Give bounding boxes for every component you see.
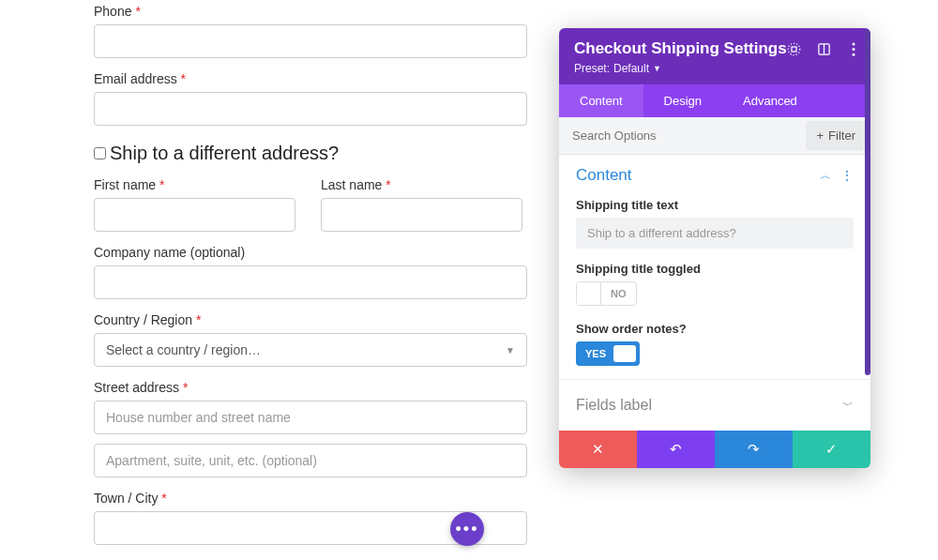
search-options-input[interactable] — [559, 119, 802, 152]
undo-icon: ↶ — [670, 441, 682, 458]
toggle-label: YES — [576, 348, 613, 359]
section-fields-label[interactable]: Fields label ﹀ — [559, 379, 870, 431]
street-field: Street address * — [94, 380, 527, 477]
section-content: Content ︿ ⋮ Shipping title text Shipping… — [559, 155, 870, 379]
company-label: Company name (optional) — [94, 245, 527, 260]
tab-design[interactable]: Design — [643, 84, 722, 117]
city-label: Town / City * — [94, 491, 527, 506]
required-mark: * — [161, 491, 166, 506]
street2-input[interactable] — [94, 444, 527, 477]
ship-different-heading: Ship to a different address? — [110, 143, 339, 164]
redo-icon: ↷ — [748, 441, 760, 458]
tab-content[interactable]: Content — [559, 84, 643, 117]
country-select-value: Select a country / region… — [106, 342, 261, 357]
phone-field: Phone * — [94, 4, 527, 58]
panel-tabs: Content Design Advanced — [559, 84, 870, 117]
cancel-button[interactable]: ✕ — [559, 431, 637, 468]
chevron-down-icon: ﹀ — [842, 398, 854, 414]
ship-different-checkbox[interactable] — [94, 147, 106, 159]
redo-button[interactable]: ↷ — [715, 431, 793, 468]
opt-title-text-label: Shipping title text — [576, 198, 854, 212]
required-mark: * — [196, 312, 201, 327]
country-field: Country / Region * Select a country / re… — [94, 312, 527, 367]
street-label: Street address * — [94, 380, 527, 395]
section-fields-title: Fields label — [576, 397, 652, 414]
last-name-label: Last name * — [321, 177, 522, 192]
kebab-menu-icon[interactable]: ⋮ — [840, 168, 854, 184]
responsive-icon[interactable] — [816, 41, 831, 56]
required-mark: * — [386, 177, 390, 192]
required-mark: * — [181, 71, 186, 86]
panel-scrollbar[interactable] — [865, 28, 870, 375]
opt-show-notes-label: Show order notes? — [576, 322, 854, 336]
email-label: Email address * — [94, 71, 527, 86]
panel-action-bar: ✕ ↶ ↷ ✓ — [559, 431, 870, 468]
save-button[interactable]: ✓ — [793, 431, 870, 468]
toggle-label: NO — [601, 288, 636, 299]
chevron-down-icon: ▼ — [653, 64, 661, 73]
panel-preset[interactable]: Preset: Default ▼ — [574, 62, 855, 75]
opt-show-notes-toggle[interactable]: YES — [576, 341, 640, 366]
close-icon: ✕ — [592, 441, 604, 458]
plus-icon: + — [817, 129, 825, 143]
drag-move-icon[interactable] — [786, 41, 801, 56]
opt-title-toggled-label: Shipping title toggled — [576, 262, 854, 276]
country-select[interactable]: Select a country / region… ▼ — [94, 333, 527, 367]
company-field: Company name (optional) — [94, 245, 527, 299]
ship-different-row: Ship to a different address? — [94, 143, 527, 164]
kebab-menu-icon[interactable] — [846, 41, 861, 56]
svg-point-6 — [853, 53, 855, 55]
phone-label: Phone * — [94, 4, 527, 19]
first-name-input[interactable] — [94, 198, 295, 232]
settings-panel: Checkout Shipping Settings Preset: Defau… — [559, 28, 870, 468]
street1-input[interactable] — [94, 401, 527, 434]
section-content-title: Content — [576, 166, 632, 185]
required-mark: * — [135, 4, 140, 19]
first-name-field: First name * — [94, 177, 295, 232]
tab-advanced[interactable]: Advanced — [722, 84, 818, 117]
ellipsis-icon: ••• — [456, 520, 479, 539]
module-fab-button[interactable]: ••• — [450, 512, 484, 546]
chevron-down-icon: ▼ — [506, 345, 515, 356]
undo-button[interactable]: ↶ — [637, 431, 715, 468]
country-label: Country / Region * — [94, 312, 527, 327]
svg-point-5 — [853, 48, 855, 51]
svg-point-4 — [853, 42, 855, 45]
chevron-up-icon[interactable]: ︿ — [820, 168, 831, 184]
phone-input[interactable] — [94, 24, 527, 58]
email-field: Email address * — [94, 71, 527, 126]
last-name-input[interactable] — [321, 198, 522, 232]
last-name-field: Last name * — [321, 177, 522, 232]
panel-search-row: + Filter — [559, 117, 870, 155]
company-input[interactable] — [94, 265, 527, 299]
opt-title-text-input[interactable] — [576, 218, 854, 249]
email-input[interactable] — [94, 92, 527, 126]
svg-point-1 — [788, 43, 800, 55]
panel-header: Checkout Shipping Settings Preset: Defau… — [559, 28, 870, 84]
svg-rect-0 — [792, 47, 796, 52]
check-icon: ✓ — [825, 441, 838, 458]
first-name-label: First name * — [94, 177, 295, 192]
required-mark: * — [183, 380, 188, 395]
checkout-form: Phone * Email address * Ship to a differ… — [94, 4, 527, 558]
required-mark: * — [159, 177, 164, 192]
opt-title-toggled-toggle[interactable]: NO — [576, 281, 637, 306]
toggle-knob — [577, 282, 601, 305]
filter-button[interactable]: + Filter — [806, 121, 867, 150]
toggle-knob — [613, 345, 636, 362]
